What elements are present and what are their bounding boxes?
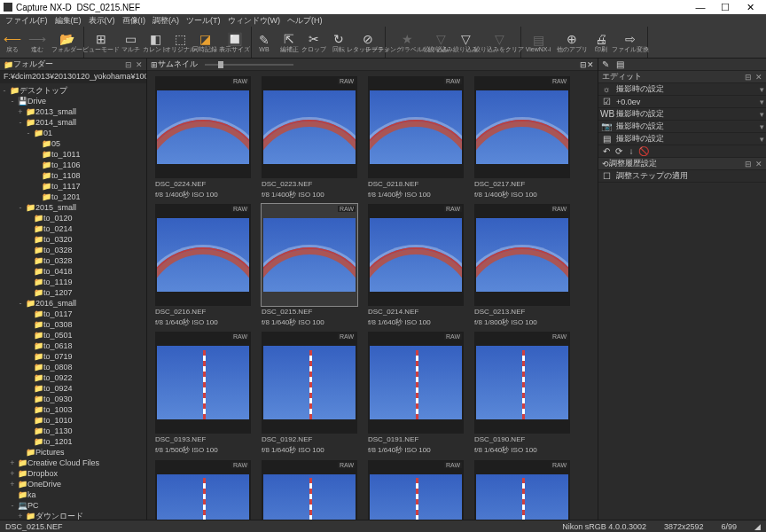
- toolbar-button[interactable]: ✂クロップ: [301, 27, 326, 58]
- thumbnail-item[interactable]: RAWDSC_0192.NEFf/8 1/640秒 ISO 100: [257, 332, 362, 456]
- tree-item[interactable]: +📁Creative Cloud Files: [0, 458, 146, 468]
- thumbnail-item[interactable]: RAW: [257, 460, 362, 520]
- tree-toggle-icon[interactable]: +: [24, 288, 33, 297]
- tree-toggle-icon[interactable]: +: [24, 373, 33, 382]
- edit-parameter-row[interactable]: ☼撮影時の設定▾: [598, 83, 766, 96]
- panel-close-icon[interactable]: ✕: [755, 160, 762, 168]
- edit-parameter-row[interactable]: WB撮影時の設定▾: [598, 108, 766, 121]
- tree-item[interactable]: +📁to_1003: [0, 404, 146, 415]
- thumbnail-item[interactable]: RAW: [151, 460, 255, 520]
- tree-toggle-icon[interactable]: +: [16, 448, 25, 457]
- folder-tree[interactable]: -📁デスクトップ-💾Drive+📁2013_small-📁2014_small-…: [0, 83, 146, 520]
- tree-toggle-icon[interactable]: +: [32, 192, 41, 201]
- tree-toggle-icon[interactable]: +: [24, 309, 33, 318]
- edit-parameter-row[interactable]: 📷撮影時の設定▾: [598, 121, 766, 133]
- thumbnail-item[interactable]: RAW: [363, 460, 468, 520]
- tree-item[interactable]: -📁01: [0, 128, 146, 138]
- tree-item[interactable]: +📁to_0328: [0, 245, 146, 255]
- tree-toggle-icon[interactable]: +: [32, 160, 41, 169]
- tree-toggle-icon[interactable]: +: [24, 320, 33, 329]
- menu-item[interactable]: ウィンドウ(W): [224, 15, 285, 27]
- tree-toggle-icon[interactable]: +: [8, 490, 17, 499]
- toolbar-button[interactable]: ⊞ビューモード: [84, 27, 118, 58]
- tree-item[interactable]: +📁Dropbox: [0, 468, 146, 479]
- tree-item[interactable]: +📁OneDrive: [0, 479, 146, 489]
- tree-item[interactable]: -💾Drive: [0, 96, 146, 106]
- tree-item[interactable]: +📁2013_small: [0, 106, 146, 117]
- menu-item[interactable]: ヘルプ(H): [284, 15, 326, 27]
- tree-item[interactable]: +📁to_1010: [0, 415, 146, 426]
- tree-toggle-icon[interactable]: +: [16, 107, 25, 116]
- history-action-icon[interactable]: ⟳: [613, 146, 625, 156]
- tree-item[interactable]: +📁ダウンロード: [0, 511, 146, 520]
- panel-close-icon[interactable]: ✕: [136, 60, 143, 69]
- tree-toggle-icon[interactable]: +: [24, 246, 33, 254]
- tree-toggle-icon[interactable]: +: [32, 182, 41, 191]
- tree-toggle-icon[interactable]: +: [24, 341, 33, 350]
- tree-item[interactable]: -💻PC: [0, 500, 146, 511]
- tree-toggle-icon[interactable]: -: [16, 118, 25, 127]
- tree-item[interactable]: -📁2016_small: [0, 298, 146, 309]
- tree-item[interactable]: +📁to_1108: [0, 170, 146, 181]
- tree-toggle-icon[interactable]: -: [0, 86, 9, 95]
- toolbar-button[interactable]: ▭マルチ: [118, 27, 143, 58]
- tree-toggle-icon[interactable]: +: [24, 426, 33, 435]
- dropdown-icon[interactable]: ▾: [760, 98, 764, 106]
- history-action-icon[interactable]: ↓: [625, 146, 637, 156]
- thumbnail-item[interactable]: RAWDSC_0224.NEFf/8 1/400秒 ISO 100: [151, 76, 255, 200]
- toolbar-button[interactable]: ▽絞り込みをクリア: [478, 27, 520, 58]
- tree-toggle-icon[interactable]: +: [24, 214, 33, 223]
- toolbar-button[interactable]: ⟶進む: [25, 27, 50, 58]
- tree-toggle-icon[interactable]: +: [24, 416, 33, 425]
- menu-item[interactable]: 画像(I): [119, 15, 150, 27]
- history-action-icon[interactable]: ↶: [600, 146, 613, 156]
- toolbar-button[interactable]: ⊕他のアプリ: [555, 27, 589, 58]
- tree-toggle-icon[interactable]: +: [24, 267, 33, 276]
- tree-toggle-icon[interactable]: -: [16, 299, 25, 308]
- tree-item[interactable]: +📁to_0328: [0, 255, 146, 266]
- toolbar-button[interactable]: ▽絞り込み: [428, 27, 453, 58]
- tree-item[interactable]: +📁to_0320: [0, 234, 146, 245]
- thumbnail-item[interactable]: RAWDSC_0216.NEFf/8 1/640秒 ISO 100: [151, 204, 255, 328]
- tree-toggle-icon[interactable]: +: [32, 150, 41, 159]
- tree-toggle-icon[interactable]: +: [24, 256, 33, 265]
- tree-toggle-icon[interactable]: +: [24, 384, 33, 393]
- dropdown-icon[interactable]: ▾: [760, 110, 764, 119]
- tree-item[interactable]: -📁デスクトップ: [0, 85, 146, 96]
- toolbar-button[interactable]: ✎WB: [252, 27, 277, 58]
- menu-item[interactable]: 表示(V): [85, 15, 119, 27]
- tree-item[interactable]: +📁Pictures: [0, 447, 146, 458]
- dropdown-icon[interactable]: ▾: [760, 135, 764, 144]
- tree-item[interactable]: +📁to_1201: [0, 192, 146, 202]
- tree-item[interactable]: +📁to_1130: [0, 426, 146, 436]
- tree-toggle-icon[interactable]: +: [16, 512, 25, 520]
- thumbnail-grid[interactable]: RAWDSC_0224.NEFf/8 1/400秒 ISO 100RAWDSC_…: [147, 71, 598, 520]
- tree-toggle-icon[interactable]: +: [32, 171, 41, 180]
- tree-item[interactable]: +📁05: [0, 138, 146, 149]
- toolbar-button[interactable]: ◪同時記録: [192, 27, 217, 58]
- toolbar-button[interactable]: ⬚オリジナル: [168, 27, 192, 58]
- tree-item[interactable]: -📁2015_small: [0, 202, 146, 213]
- menu-item[interactable]: 編集(E): [51, 15, 85, 27]
- tree-toggle-icon[interactable]: +: [24, 405, 33, 414]
- tree-item[interactable]: +📁to_0930: [0, 394, 146, 404]
- toolbar-button[interactable]: ▤ViewNX-i: [521, 27, 555, 58]
- tree-toggle-icon[interactable]: +: [8, 480, 17, 489]
- toolbar-button[interactable]: 🔲表示サイズ: [217, 27, 251, 58]
- tree-item[interactable]: +📁to_0120: [0, 213, 146, 223]
- tree-toggle-icon[interactable]: -: [8, 501, 17, 510]
- panel-pin-icon[interactable]: ⊟: [125, 60, 132, 69]
- tree-item[interactable]: +📁to_0922: [0, 372, 146, 383]
- tree-item[interactable]: +📁to_0719: [0, 351, 146, 362]
- panel-pin-icon[interactable]: ⊟: [580, 60, 587, 69]
- tree-item[interactable]: +📁to_1119: [0, 277, 146, 287]
- tree-item[interactable]: +📁to_0308: [0, 319, 146, 330]
- panel-pin-icon[interactable]: ⊟: [745, 160, 752, 168]
- tree-item[interactable]: +📁to_0117: [0, 309, 146, 319]
- thumbnail-item[interactable]: RAWDSC_0223.NEFf/8 1/400秒 ISO 100: [257, 76, 362, 200]
- tree-toggle-icon[interactable]: +: [24, 352, 33, 361]
- edit-tab-adjust-icon[interactable]: ✎: [598, 59, 613, 69]
- toolbar-button[interactable]: ★レーティング/ラベル/絞り込み: [386, 27, 428, 58]
- tree-item[interactable]: +📁to_0618: [0, 340, 146, 351]
- tree-item[interactable]: +📁to_1201: [0, 436, 146, 447]
